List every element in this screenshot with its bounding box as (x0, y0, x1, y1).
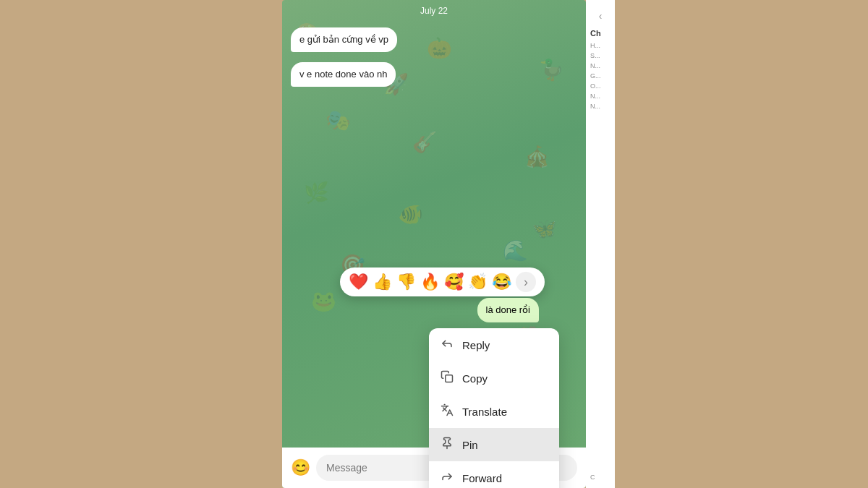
context-menu-copy[interactable]: Copy (429, 361, 559, 395)
reaction-fire[interactable]: 🔥 (420, 273, 440, 291)
doodle-6: 🦋 (532, 217, 557, 241)
outgoing-msg-area: là done rồi (318, 298, 545, 327)
context-area: ❤️ 👍 👎 🔥 🥰 👏 😂 › là done rồi (318, 267, 545, 488)
context-menu: Reply Copy (429, 328, 559, 488)
context-menu-pin[interactable]: Pin (429, 428, 559, 461)
svg-rect-0 (446, 375, 453, 382)
side-item-5: O... (589, 81, 612, 91)
side-contact-name: Ch (589, 26, 612, 40)
translate-label: Translate (462, 406, 507, 418)
message-bubble-incoming-2: v e note done vào nh (291, 62, 396, 87)
side-item-7: N... (589, 101, 612, 111)
translate-icon (441, 403, 454, 419)
reaction-bar[interactable]: ❤️ 👍 👎 🔥 🥰 👏 😂 › (340, 267, 545, 296)
forward-label: Forward (462, 472, 502, 484)
side-chevron[interactable]: ‹ (589, 6, 612, 26)
reaction-clap[interactable]: 👏 (468, 273, 488, 291)
message-bubble-outgoing: là done rồi (477, 298, 539, 322)
side-item-1: H... (589, 40, 612, 51)
doodle-5: 🌿 (304, 181, 329, 205)
message-row-1: e gửi bản cứng về vp (291, 27, 577, 56)
pin-label: Pin (462, 439, 478, 451)
context-menu-reply[interactable]: Reply (429, 328, 559, 361)
side-panel: ‹ Ch H... S... N... G... O... N... N... … (586, 0, 615, 488)
chat-screen: 🎨 🦆 🎭 🎪 🌿 🦋 🎯 🚀 🎸 🐠 🌊 🎃 🐸 🌺 July 22 e gử… (282, 0, 586, 488)
context-menu-translate[interactable]: Translate (429, 395, 559, 428)
copy-icon (441, 370, 454, 386)
copy-label: Copy (462, 372, 488, 385)
doodle-3: 🎭 (326, 108, 351, 132)
doodle-9: 🎸 (412, 130, 438, 154)
reply-icon (441, 337, 454, 353)
message-row-2: v e note done vào nh (291, 62, 577, 91)
context-menu-forward[interactable]: Forward (429, 461, 559, 488)
doodle-11: 🌊 (503, 239, 528, 262)
reply-label: Reply (462, 339, 490, 351)
pin-icon (441, 437, 454, 453)
reaction-thumbup[interactable]: 👍 (373, 273, 392, 291)
messages-area: e gửi bản cứng về vp v e note done vào n… (282, 22, 586, 103)
side-item-2: S... (589, 51, 612, 61)
side-item-6: N... (589, 91, 612, 101)
doodle-4: 🎪 (524, 145, 550, 168)
reaction-hugging[interactable]: 🥰 (444, 273, 464, 291)
side-item-4: G... (589, 71, 612, 81)
reaction-more-button[interactable]: › (516, 272, 536, 292)
emoji-button[interactable]: 😊 (291, 458, 310, 477)
doodle-10: 🐠 (398, 202, 423, 226)
forward-icon (441, 470, 454, 486)
reaction-laugh[interactable]: 😂 (492, 273, 511, 291)
date-header: July 22 (282, 0, 586, 22)
side-item-3: N... (589, 61, 612, 71)
reaction-heart[interactable]: ❤️ (349, 273, 368, 291)
side-item-bottom: C (589, 472, 612, 482)
message-bubble-incoming-1: e gửi bản cứng về vp (291, 27, 397, 52)
reaction-thumbdown[interactable]: 👎 (396, 273, 416, 291)
